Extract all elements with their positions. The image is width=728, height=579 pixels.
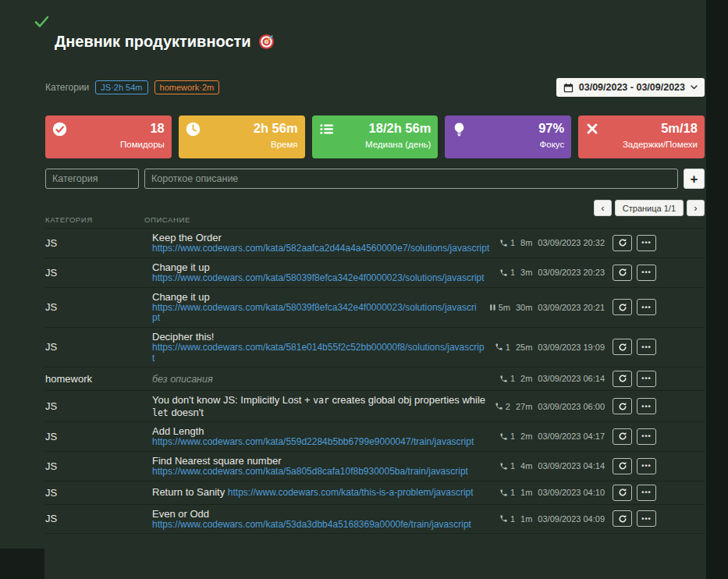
row-meta: 227m03/09/2023 06:00 — [495, 402, 605, 411]
row-menu-button[interactable]: ••• — [637, 428, 656, 445]
row-refresh-button[interactable] — [613, 458, 632, 474]
category-tag[interactable]: JS·2h 54m — [95, 80, 147, 94]
table-row: JSDecipher this!https://www.codewars.com… — [45, 328, 705, 368]
row-menu-button[interactable]: ••• — [637, 458, 656, 474]
add-entry-button[interactable]: + — [684, 169, 705, 189]
row-category: JS — [45, 267, 144, 279]
row-link[interactable]: https://www.codewars.com/kata/582aafca2d… — [152, 243, 492, 254]
row-duration: 4m — [520, 461, 532, 471]
table-row: JSChange it uphttps://www.codewars.com/k… — [45, 258, 705, 288]
page-title-text: Дневник продуктивности — [55, 33, 251, 51]
row-datetime: 03/09/2023 20:32 — [538, 238, 605, 247]
row-refresh-button[interactable] — [613, 428, 632, 445]
row-category: JS — [45, 341, 144, 353]
row-menu-button[interactable]: ••• — [637, 299, 656, 315]
stat-value: 5m/18 — [585, 121, 698, 135]
row-refresh-button[interactable] — [613, 371, 632, 387]
stat-card-median: 18/2h 56mМедиана (день) — [312, 115, 439, 158]
row-refresh-button[interactable] — [613, 235, 632, 251]
stat-card-focus: 97%Фокус — [445, 115, 571, 158]
row-meta: 11m03/09/2023 04:09 — [499, 514, 605, 524]
refresh-icon — [618, 432, 627, 441]
row-description: Keep the Orderhttps://www.codewars.com/k… — [152, 232, 492, 254]
row-category: JS — [45, 301, 144, 313]
scrollbar-gutter — [706, 0, 728, 579]
row-link[interactable]: https://www.codewars.com/kata/5a805d8caf… — [152, 467, 492, 477]
row-menu-button[interactable]: ••• — [637, 235, 656, 251]
phone-icon — [495, 402, 503, 410]
row-refresh-button[interactable] — [613, 485, 632, 501]
row-title: Keep the Order — [152, 232, 222, 243]
category-column-header: КАТЕГОРИЯ — [45, 215, 144, 224]
row-description: Return to Sanity https://www.codewars.co… — [152, 486, 492, 498]
row-refresh-button[interactable] — [613, 265, 632, 281]
date-range-picker[interactable]: 03/09/2023 - 03/09/2023 — [556, 78, 705, 97]
prev-page-button[interactable]: ‹ — [594, 200, 612, 216]
row-menu-button[interactable]: ••• — [637, 510, 656, 527]
refresh-icon — [618, 374, 627, 383]
row-title: You don't know JS: Implicitly Lost + var… — [152, 394, 485, 418]
row-link[interactable]: https://www.codewars.com/kata/58039f8efc… — [152, 273, 492, 283]
ellipsis-icon: ••• — [641, 432, 651, 440]
row-refresh-button[interactable] — [613, 299, 632, 315]
pause-icon — [489, 304, 496, 311]
stat-label: Фокус — [452, 140, 564, 149]
row-meta: 12m03/09/2023 06:14 — [499, 374, 605, 383]
stat-label: Время — [186, 140, 298, 149]
table-header: КАТЕГОРИЯ ОПИСАНИЕ ‹ Страница 1/1 › — [45, 198, 705, 228]
table-row: JSChange it uphttps://www.codewars.com/k… — [45, 288, 705, 328]
row-actions: ••• — [613, 398, 656, 414]
next-page-button[interactable]: › — [687, 200, 705, 216]
description-column-header: ОПИСАНИЕ — [144, 215, 705, 224]
row-category: homework — [45, 373, 144, 385]
row-refresh-button[interactable] — [613, 339, 632, 355]
row-link[interactable]: https://www.codewars.com/kata/this-is-a-… — [228, 487, 474, 498]
row-datetime: 03/09/2023 04:09 — [538, 514, 605, 524]
stat-label: Задержки/Помехи — [585, 140, 698, 149]
row-count: 1 — [499, 488, 515, 497]
row-link[interactable]: https://www.codewars.com/kata/58039f8efc… — [152, 303, 481, 324]
row-refresh-button[interactable] — [613, 398, 632, 414]
row-link[interactable]: https://www.codewars.com/kata/581e014b55… — [152, 343, 487, 364]
stat-label: Помидоры — [52, 140, 165, 149]
row-duration: 1m — [520, 488, 532, 497]
stat-value: 18 — [52, 121, 165, 135]
row-title: Even or Odd — [152, 508, 209, 520]
row-menu-button[interactable]: ••• — [637, 398, 656, 414]
ellipsis-icon: ••• — [641, 268, 651, 276]
calendar-icon — [563, 83, 574, 93]
table-row: JSAdd Lengthhttps://www.codewars.com/kat… — [45, 422, 705, 452]
refresh-icon — [618, 461, 627, 471]
refresh-icon — [618, 268, 627, 277]
row-meta: 11m03/09/2023 04:10 — [499, 488, 605, 497]
stats-cards: 18Помидоры2h 56mВремя18/2h 56mМедиана (д… — [45, 115, 705, 158]
category-tag[interactable]: homework·2m — [154, 80, 220, 94]
stat-card-delays: 5m/18Задержки/Помехи — [578, 115, 705, 158]
check-circle-icon — [52, 122, 67, 137]
row-datetime: 03/09/2023 06:14 — [538, 374, 605, 383]
refresh-icon — [618, 238, 627, 247]
ellipsis-icon: ••• — [641, 403, 651, 410]
phone-icon — [499, 432, 508, 441]
table-row: JSEven or Oddhttps://www.codewars.com/ka… — [45, 505, 705, 535]
ellipsis-icon: ••• — [641, 343, 651, 351]
app-panel: Дневник продуктивности Категории JS·2h 5… — [0, 0, 706, 579]
row-title: Return to Sanity — [152, 486, 228, 498]
row-category: JS — [45, 400, 144, 412]
phone-icon — [499, 514, 508, 523]
row-description: без описания — [152, 373, 492, 385]
row-category: JS — [45, 487, 144, 499]
row-menu-button[interactable]: ••• — [637, 265, 656, 281]
row-link[interactable]: https://www.codewars.com/kata/559d2284b5… — [152, 437, 492, 447]
row-menu-button[interactable]: ••• — [637, 339, 656, 355]
row-menu-button[interactable]: ••• — [637, 371, 656, 387]
category-input[interactable] — [45, 169, 139, 189]
row-link[interactable]: https://www.codewars.com/kata/53da3dbb4a… — [152, 520, 492, 530]
description-input[interactable] — [144, 169, 678, 189]
list-icon — [319, 122, 334, 137]
row-actions: ••• — [613, 485, 656, 501]
row-menu-button[interactable]: ••• — [637, 485, 656, 501]
row-refresh-button[interactable] — [613, 510, 632, 527]
chevron-down-icon — [691, 85, 698, 90]
row-count: 5m — [489, 303, 510, 312]
